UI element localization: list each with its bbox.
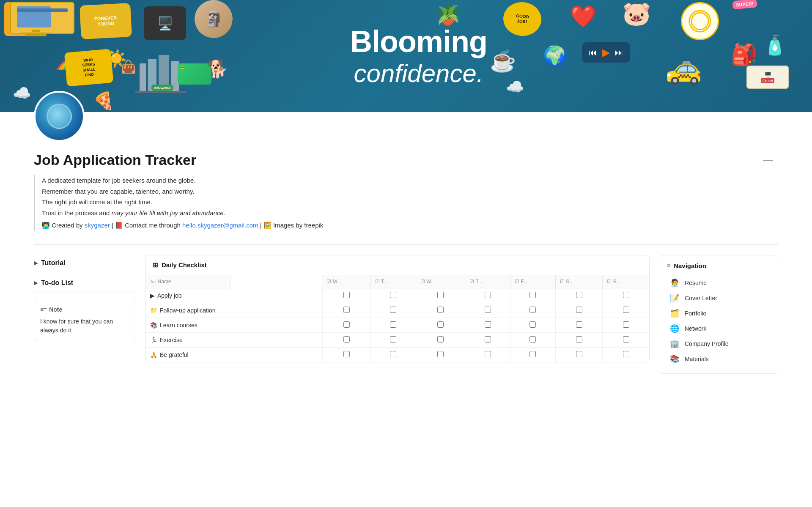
checkbox-0-3[interactable] [485,292,491,298]
checkbox-cell-0-1[interactable] [370,288,416,303]
checkbox-0-1[interactable] [390,292,396,298]
nav-item-company-profile[interactable]: 🏢Company Profile [667,336,771,351]
tutorial-section[interactable]: ▶ Tutorial [34,255,135,271]
checkbox-cell-3-1[interactable] [370,333,416,348]
checkbox-3-6[interactable] [623,336,629,343]
checkbox-1-0[interactable] [343,307,350,313]
checkbox-cell-1-1[interactable] [370,303,416,318]
checkbox-2-4[interactable] [529,321,536,328]
checkbox-4-6[interactable] [623,351,629,357]
checkbox-3-5[interactable] [576,336,582,343]
checkbox-cell-0-3[interactable] [465,288,510,303]
checkbox-3-2[interactable] [437,336,444,343]
checkbox-cell-0-2[interactable] [416,288,465,303]
checkbox-cell-2-1[interactable] [370,318,416,333]
checkbox-0-2[interactable] [437,292,444,298]
nav-item-materials[interactable]: 📚Materials [667,351,771,367]
checkbox-cell-3-4[interactable] [510,333,555,348]
nav-item-network[interactable]: 🌐Network [667,321,771,336]
checkbox-cell-3-3[interactable] [465,333,510,348]
checkbox-1-2[interactable] [437,307,444,313]
nav-item-resume[interactable]: 🧑‍💼Resume [667,275,771,290]
checkbox-1-4[interactable] [529,307,536,313]
row-icon: 📚 [150,322,157,329]
checkbox-cell-1-5[interactable] [556,303,603,318]
checkbox-1-1[interactable] [390,307,396,313]
checkbox-cell-2-6[interactable] [603,318,649,333]
checkbox-cell-2-2[interactable] [416,318,465,333]
checkbox-1-3[interactable] [485,307,491,313]
checkbox-cell-4-6[interactable] [603,348,649,362]
todo-arrow: ▶ [34,280,38,286]
checkbox-cell-4-2[interactable] [416,348,465,362]
collapse-button[interactable]: — [758,152,778,167]
checkbox-cell-2-3[interactable] [465,318,510,333]
checkbox-cell-3-6[interactable] [603,333,649,348]
nav-item-label-5: Materials [685,356,709,362]
checkbox-cell-2-4[interactable] [510,318,555,333]
nav-menu-icon: ≡ [667,262,670,269]
checkbox-cell-0-4[interactable] [510,288,555,303]
checkbox-4-2[interactable] [437,351,444,357]
checkbox-cell-4-3[interactable] [465,348,510,362]
checkbox-cell-3-2[interactable] [416,333,465,348]
avatar-wrapper [34,91,85,142]
avatar [34,91,85,142]
sticker-taxi: 🚕 [665,51,702,85]
checkbox-cell-0-0[interactable] [322,288,370,303]
checkbox-3-4[interactable] [529,336,536,343]
nav-item-portfolio[interactable]: 🗂️Portfolio [667,306,771,321]
checkbox-cell-1-0[interactable] [322,303,370,318]
checkbox-4-0[interactable] [343,351,350,357]
checkbox-cell-2-5[interactable] [556,318,603,333]
note-card-header: ≡⁻ Note [40,306,129,313]
checkbox-2-5[interactable] [576,321,582,328]
checkbox-2-0[interactable] [343,321,350,328]
checkbox-0-5[interactable] [576,292,582,298]
checkbox-0-6[interactable] [623,292,629,298]
tutorial-arrow: ▶ [34,260,38,266]
checkbox-4-4[interactable] [529,351,536,357]
checkbox-2-3[interactable] [485,321,491,328]
checkbox-cell-0-6[interactable] [603,288,649,303]
checkbox-1-5[interactable] [576,307,582,313]
checkbox-0-0[interactable] [343,292,350,298]
checkbox-cell-1-3[interactable] [465,303,510,318]
checkbox-2-2[interactable] [437,321,444,328]
checkbox-3-3[interactable] [485,336,491,343]
nav-label: Navigation [674,262,706,269]
note-card: ≡⁻ Note I know for sure that you can alw… [34,300,135,341]
checkbox-cell-4-1[interactable] [370,348,416,362]
nav-item-cover-letter[interactable]: 📝Cover Letter [667,290,771,306]
todo-section[interactable]: ▶ To-do List [34,275,135,291]
checkbox-cell-1-4[interactable] [510,303,555,318]
checkbox-4-3[interactable] [485,351,491,357]
checkbox-cell-4-5[interactable] [556,348,603,362]
checklist-header-row: Aa Name ☑ M... ☑ T... ☑ W... ☑ T... ☑ F.… [146,275,649,288]
nav-emoji-3: 🌐 [669,324,680,333]
credit-link-email[interactable]: hello.skygazer@gmail.com [182,222,258,229]
checkbox-cell-4-4[interactable] [510,348,555,362]
checkbox-cell-0-5[interactable] [556,288,603,303]
credit-link-author[interactable]: skygazer [85,222,110,229]
checkbox-1-6[interactable] [623,307,629,313]
checkbox-4-5[interactable] [576,351,582,357]
checkbox-4-1[interactable] [390,351,396,357]
checkbox-3-1[interactable] [390,336,396,343]
checkbox-2-6[interactable] [623,321,629,328]
row-text: Follow-up application [160,307,216,314]
checkbox-0-4[interactable] [529,292,536,298]
checkbox-cell-1-6[interactable] [603,303,649,318]
checkbox-3-0[interactable] [343,336,350,343]
checkbox-cell-4-0[interactable] [322,348,370,362]
checklist-row: 📚Learn courses [146,318,649,333]
sticker-bottles: 🧴 [763,34,787,56]
checkbox-cell-2-0[interactable] [322,318,370,333]
checkbox-cell-3-0[interactable] [322,333,370,348]
checkbox-cell-3-5[interactable] [556,333,603,348]
sticker-backpack: 🎒 [731,42,757,67]
checkbox-cell-1-2[interactable] [416,303,465,318]
checklist-row: 🙏Be grateful [146,348,649,362]
note-header-label: Note [49,306,62,313]
checkbox-2-1[interactable] [390,321,396,328]
